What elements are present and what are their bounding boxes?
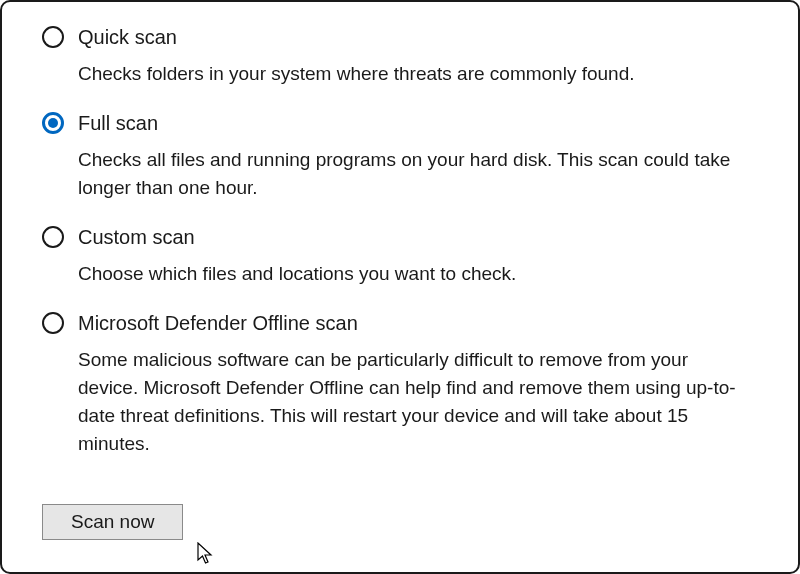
scan-option-description: Checks folders in your system where thre… <box>78 60 748 88</box>
scan-option-custom[interactable]: Custom scan <box>42 224 758 250</box>
scan-option-label: Quick scan <box>78 24 177 50</box>
scan-now-button[interactable]: Scan now <box>42 504 183 540</box>
scan-option-description: Choose which files and locations you wan… <box>78 260 748 288</box>
mouse-cursor-icon <box>197 542 215 566</box>
radio-offline-icon[interactable] <box>42 312 64 334</box>
scan-option-full[interactable]: Full scan <box>42 110 758 136</box>
scan-option-quick[interactable]: Quick scan <box>42 24 758 50</box>
radio-full-icon[interactable] <box>42 112 64 134</box>
scan-option-label: Custom scan <box>78 224 195 250</box>
scan-option-description: Some malicious software can be particula… <box>78 346 748 458</box>
radio-custom-icon[interactable] <box>42 226 64 248</box>
scan-option-offline[interactable]: Microsoft Defender Offline scan <box>42 310 758 336</box>
scan-option-description: Checks all files and running programs on… <box>78 146 748 202</box>
scan-options-panel: Quick scan Checks folders in your system… <box>0 0 800 574</box>
radio-quick-icon[interactable] <box>42 26 64 48</box>
scan-option-label: Full scan <box>78 110 158 136</box>
scan-option-label: Microsoft Defender Offline scan <box>78 310 358 336</box>
